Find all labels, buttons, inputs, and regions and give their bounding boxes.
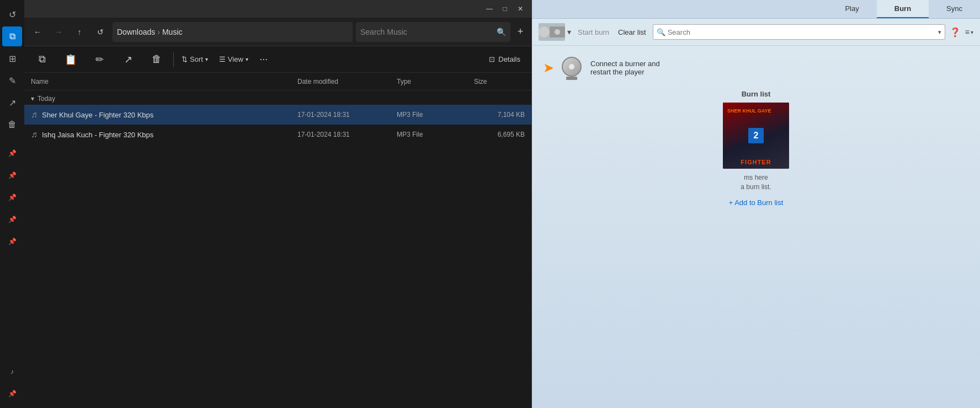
breadcrumb-downloads[interactable]: Downloads [117, 28, 155, 36]
player-content: ➤ Connect a burner and restart the playe… [532, 46, 980, 408]
sort-chevron: ▾ [205, 56, 208, 62]
player-search-dropdown[interactable]: ▾ [938, 29, 941, 36]
pin2-sidebar-icon[interactable]: 📌 [2, 165, 22, 185]
col-name[interactable]: Name [29, 78, 295, 85]
media-player: Play Burn Sync ▾ Start burn Clear list 🔍… [532, 0, 980, 408]
file-size: 7,104 KB [472, 111, 527, 119]
search-box[interactable]: 🔍 [356, 22, 510, 42]
view-button[interactable]: ☰ View ▾ [215, 51, 253, 68]
music-sidebar-icon[interactable]: ♪ [2, 362, 22, 382]
search-icon: 🔍 [497, 28, 506, 36]
search-input[interactable] [360, 28, 493, 36]
burner-message-line2: restart the player [590, 68, 660, 76]
breadcrumb-music[interactable]: Music [162, 28, 183, 36]
start-burn-button[interactable]: Start burn [576, 28, 611, 36]
delete-tool-button[interactable]: 🗑 [143, 49, 170, 71]
table-row[interactable]: ♬ Ishq Jaisa Kuch - Fighter 320 Kbps 17-… [24, 125, 531, 144]
delete-sidebar-icon[interactable]: 🗑 [2, 115, 22, 135]
group-today: ▾ Today [24, 90, 531, 105]
album-title-text: Sher Khul Gaye [725, 106, 774, 116]
breadcrumb[interactable]: Downloads › Music [113, 22, 353, 42]
file-size: 6,695 KB [472, 131, 527, 138]
new-tab-button[interactable]: + [514, 25, 527, 39]
maximize-button[interactable]: □ [498, 2, 512, 15]
close-button[interactable]: ✕ [514, 2, 527, 15]
breadcrumb-sep1: › [157, 28, 160, 36]
sidebar-left: ↺ ⧉ ⊞ ✎ ↗ 🗑 📌 📌 📌 📌 📌 ♪ 📌 [0, 0, 24, 408]
col-type[interactable]: Type [395, 78, 472, 85]
details-label: Details [498, 55, 520, 63]
mp3-file-icon: ♬ [31, 110, 38, 120]
media-source-icon [539, 23, 565, 41]
media-source-dropdown[interactable]: ▾ [567, 28, 571, 36]
toolbar-separator [173, 52, 174, 67]
burn-list-area: Sher Khul Gaye 2 FIGHTER ms here a burn … [723, 103, 789, 192]
copy-tool-button[interactable]: ⧉ [29, 49, 55, 71]
rename-tool-button[interactable]: ✏ [86, 49, 113, 71]
minimize-button[interactable]: — [483, 2, 496, 15]
player-search-icon: 🔍 [657, 28, 665, 36]
burner-message-text: Connect a burner and restart the player [590, 60, 660, 76]
clipboard-sidebar-icon[interactable]: ⊞ [2, 49, 22, 68]
view-dropdown-arrow: ▾ [971, 29, 973, 35]
pin6-sidebar-icon[interactable]: 📌 [2, 384, 22, 404]
share-tool-button[interactable]: ↗ [115, 49, 141, 71]
pin1-sidebar-icon[interactable]: 📌 [2, 143, 22, 163]
up-button[interactable]: ↑ [71, 23, 88, 41]
add-to-burn-button[interactable]: + Add to Burn list [729, 198, 784, 207]
pin5-sidebar-icon[interactable]: 📌 [2, 232, 22, 251]
file-name: Sher Khul Gaye - Fighter 320 Kbps [42, 111, 153, 119]
file-type: MP3 File [395, 111, 472, 119]
album-badge: 2 [748, 128, 764, 143]
player-search-box[interactable]: 🔍 ▾ [653, 24, 945, 40]
title-bar: — □ ✕ [24, 0, 531, 18]
clear-list-button[interactable]: Clear list [616, 28, 648, 36]
share-sidebar-icon[interactable]: ↗ [2, 93, 22, 112]
tab-play[interactable]: Play [827, 0, 876, 18]
col-size[interactable]: Size [472, 78, 527, 85]
details-button[interactable]: ⊡ Details [482, 51, 527, 68]
sort-label: Sort [190, 55, 203, 63]
sort-button[interactable]: ⇅ Sort ▾ [177, 51, 212, 68]
tab-sync[interactable]: Sync [929, 0, 980, 18]
group-collapse-arrow[interactable]: ▾ [31, 95, 34, 103]
cd-icon [562, 57, 582, 77]
list-view-icon: ≡ [965, 28, 970, 36]
burn-section: ➤ Connect a burner and restart the playe… [543, 57, 969, 207]
column-headers: Name Date modified Type Size [24, 73, 531, 90]
forward-button[interactable]: → [50, 23, 67, 41]
tab-burn[interactable]: Burn [877, 0, 929, 18]
view-chevron: ▾ [246, 56, 248, 62]
player-search-input[interactable] [668, 28, 936, 36]
arrow-icon: ➤ [543, 60, 554, 76]
col-date[interactable]: Date modified [295, 78, 395, 85]
file-date: 17-01-2024 18:31 [295, 111, 395, 119]
back-button[interactable]: ← [29, 23, 46, 41]
window-controls: — □ ✕ [483, 2, 527, 15]
pin4-sidebar-icon[interactable]: 📌 [2, 210, 22, 229]
group-label: Today [38, 95, 55, 103]
table-row[interactable]: ♬ Sher Khul Gaye - Fighter 320 Kbps 17-0… [24, 105, 531, 125]
copy-sidebar-icon[interactable]: ⧉ [2, 26, 22, 46]
pin3-sidebar-icon[interactable]: 📌 [2, 187, 22, 207]
view-icon: ☰ [219, 55, 226, 63]
burner-message-line1: Connect a burner and [590, 60, 660, 68]
more-options-button[interactable]: ··· [255, 51, 273, 68]
drag-text-line1: ms here [723, 173, 789, 182]
album-art: Sher Khul Gaye 2 FIGHTER [723, 103, 789, 169]
refresh-button[interactable]: ↺ [92, 23, 109, 41]
paste-tool-button[interactable]: 📋 [57, 49, 84, 71]
file-name: Ishq Jaisa Kuch - Fighter 320 Kbps [42, 131, 153, 139]
player-help-button[interactable]: ❓ [950, 27, 961, 37]
player-view-button[interactable]: ≡ ▾ [965, 28, 973, 36]
edit-sidebar-icon[interactable]: ✎ [2, 71, 22, 90]
drag-text-line2: a burn list. [723, 182, 789, 192]
explorer-window: — □ ✕ ← → ↑ ↺ Downloads › Music 🔍 + ⧉ 📋 … [24, 0, 532, 408]
file-name-cell: ♬ Sher Khul Gaye - Fighter 320 Kbps [29, 110, 295, 120]
refresh-sidebar-icon[interactable]: ↺ [2, 4, 22, 24]
details-icon: ⊡ [489, 55, 495, 63]
sort-icon: ⇅ [182, 55, 188, 63]
drag-items-text: ms here a burn list. [723, 173, 789, 192]
album-subtitle-text: FIGHTER [723, 159, 789, 165]
toolbar: ⧉ 📋 ✏ ↗ 🗑 ⇅ Sort ▾ ☰ View ▾ ··· ⊡ Detail… [24, 46, 531, 73]
